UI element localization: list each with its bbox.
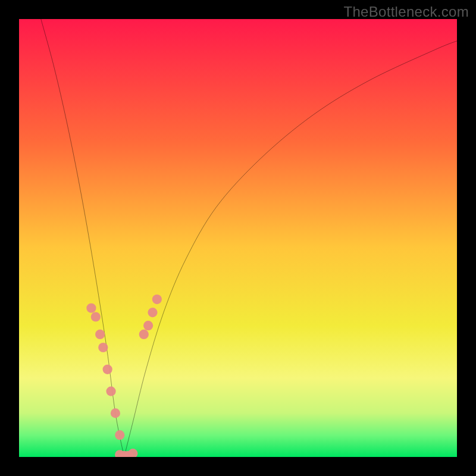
markers-left xyxy=(86,303,124,440)
svg-point-9 xyxy=(139,330,149,339)
bottleneck-curve xyxy=(19,19,457,457)
svg-point-7 xyxy=(111,408,120,418)
markers-bottom xyxy=(115,449,137,457)
chart-frame: TheBottleneck.com xyxy=(0,0,476,476)
svg-point-12 xyxy=(152,295,162,304)
svg-point-16 xyxy=(128,449,137,457)
watermark-text: TheBottleneck.com xyxy=(343,4,469,20)
svg-point-4 xyxy=(98,343,108,352)
plot-area xyxy=(19,19,457,457)
right-curve xyxy=(124,41,457,457)
svg-point-2 xyxy=(91,312,101,321)
svg-point-1 xyxy=(86,303,96,313)
markers-right xyxy=(139,295,162,339)
svg-point-10 xyxy=(143,321,153,330)
svg-point-5 xyxy=(103,365,112,374)
svg-point-8 xyxy=(115,430,124,440)
svg-point-6 xyxy=(106,387,115,396)
svg-point-3 xyxy=(95,330,105,339)
svg-point-11 xyxy=(148,308,157,317)
